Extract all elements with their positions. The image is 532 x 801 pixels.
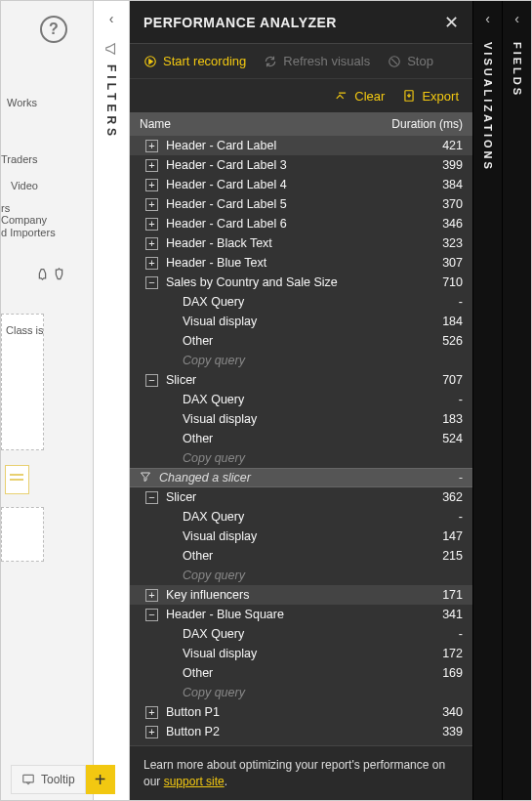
perf-tree[interactable]: +Header - Card Label421+Header - Card La… <box>130 136 472 745</box>
visualizations-expand-chevron-icon[interactable]: ‹ <box>485 11 490 26</box>
canvas-fragment: rs <box>1 202 10 214</box>
support-site-link[interactable]: support site <box>164 775 225 788</box>
copy-query-link[interactable]: Copy query <box>183 686 463 699</box>
perf-row[interactable]: +Header - Card Label421 <box>130 136 472 155</box>
perf-row[interactable]: +Button P2339 <box>130 722 472 741</box>
perf-row-duration: 526 <box>414 334 463 348</box>
perf-row-duration: 147 <box>414 529 463 543</box>
canvas-visual[interactable] <box>5 465 29 494</box>
perf-row[interactable]: +Header - Blue Text307 <box>130 253 472 273</box>
perf-row[interactable]: +Button P1340 <box>130 702 472 722</box>
perf-row[interactable]: DAX Query- <box>130 507 472 527</box>
start-recording-label: Start recording <box>163 54 246 68</box>
expand-icon[interactable]: + <box>145 257 158 270</box>
perf-row[interactable]: Copy query <box>130 683 472 702</box>
collapse-icon[interactable]: − <box>145 276 158 289</box>
perf-row[interactable]: Visual display147 <box>130 527 472 546</box>
perf-row[interactable]: Copy query <box>130 566 472 585</box>
expand-icon[interactable]: + <box>145 179 158 191</box>
clear-button[interactable]: Clear <box>335 89 385 104</box>
perf-row-duration: 307 <box>414 256 463 270</box>
perf-row-label: DAX Query <box>183 393 414 406</box>
start-recording-button[interactable]: Start recording <box>143 54 246 68</box>
collapse-icon[interactable]: − <box>145 374 158 387</box>
stop-button: Stop <box>388 54 433 68</box>
perf-row-label: Visual display <box>183 412 414 426</box>
help-icon[interactable]: ? <box>40 16 67 43</box>
refresh-visuals-button: Refresh visuals <box>264 54 370 68</box>
perf-row[interactable]: DAX Query- <box>130 390 472 409</box>
perf-row[interactable]: Other215 <box>130 546 472 566</box>
expand-icon[interactable]: + <box>145 237 158 250</box>
add-page-button[interactable]: + <box>86 765 115 794</box>
copy-query-link[interactable]: Copy query <box>183 569 463 582</box>
perf-row[interactable]: Visual display184 <box>130 312 472 331</box>
copy-query-link[interactable]: Copy query <box>183 354 463 367</box>
expand-icon[interactable]: + <box>145 706 158 719</box>
perf-row[interactable]: Other524 <box>130 429 472 448</box>
perf-row-label: Button P1 <box>166 705 414 719</box>
perf-row[interactable]: +Header - Black Text323 <box>130 233 472 253</box>
perf-row-label: Key influencers <box>166 588 414 602</box>
expand-icon[interactable]: + <box>145 140 158 152</box>
perf-row[interactable]: −Header - Blue Square341 <box>130 605 472 624</box>
page-tab-tooltip[interactable]: Tooltip <box>11 765 86 794</box>
perf-row-duration: 339 <box>414 725 463 738</box>
perf-row-duration: 362 <box>414 490 463 504</box>
collapse-icon[interactable]: − <box>145 609 158 621</box>
filters-pane-label[interactable]: FILTERS <box>104 64 118 140</box>
perf-row[interactable]: Copy query <box>130 351 472 370</box>
perf-row[interactable]: Other526 <box>130 331 472 351</box>
expand-icon[interactable]: + <box>145 726 158 738</box>
filters-expand-chevron-icon[interactable]: ‹ <box>109 11 114 26</box>
perf-row[interactable]: +Header - Card Label 5370 <box>130 194 472 214</box>
perf-row-duration: - <box>414 510 463 524</box>
perf-row[interactable]: DAX Query- <box>130 624 472 644</box>
close-icon[interactable]: ✕ <box>444 12 459 33</box>
canvas-fragment: Company <box>1 214 47 226</box>
perf-row-label: Header - Card Label 4 <box>166 178 414 191</box>
perf-row[interactable]: Changed a slicer- <box>130 468 472 487</box>
perf-row[interactable]: +Header - Card Label 3399 <box>130 155 472 175</box>
feedback-icons[interactable] <box>35 267 66 281</box>
perf-row[interactable]: +Header - Card Label 6346 <box>130 214 472 233</box>
page-tab-label: Tooltip <box>41 773 75 786</box>
copy-query-link[interactable]: Copy query <box>183 451 463 465</box>
export-button[interactable]: Export <box>402 89 459 104</box>
perf-row-duration: 421 <box>414 139 463 152</box>
perf-row[interactable]: +Key influencers171 <box>130 585 472 605</box>
fields-expand-chevron-icon[interactable]: ‹ <box>514 11 519 26</box>
perf-row[interactable]: DAX Query- <box>130 292 472 312</box>
canvas-fragment: Class is <box>6 324 44 336</box>
collapse-icon[interactable]: − <box>145 491 158 504</box>
perf-row-label: Other <box>183 549 414 563</box>
clear-label: Clear <box>354 89 385 104</box>
expand-icon[interactable]: + <box>145 159 158 172</box>
perf-row-duration: 183 <box>414 412 463 426</box>
column-header-name[interactable]: Name <box>140 117 370 131</box>
perf-row-label: DAX Query <box>183 295 414 309</box>
perf-row-label: Slicer <box>166 373 414 387</box>
perf-row-label: Visual display <box>183 529 414 543</box>
expand-icon[interactable]: + <box>145 198 158 211</box>
perf-row[interactable]: Other169 <box>130 663 472 683</box>
perf-row[interactable]: −Slicer707 <box>130 370 472 390</box>
column-header-duration[interactable]: Duration (ms) <box>370 117 463 131</box>
perf-row[interactable]: Copy query <box>130 448 472 468</box>
perf-row[interactable]: −Sales by Country and Sale Size710 <box>130 273 472 292</box>
fields-pane-label[interactable]: FIELDS <box>512 42 523 98</box>
perf-row-duration: 384 <box>414 178 463 191</box>
perf-row[interactable]: Visual display172 <box>130 644 472 663</box>
perf-row-duration: - <box>414 295 463 309</box>
perf-row-duration: 341 <box>414 608 463 621</box>
perf-row-duration: 399 <box>414 158 463 172</box>
visualizations-pane-label[interactable]: VISUALIZATIONS <box>482 42 494 172</box>
perf-row[interactable]: Visual display183 <box>130 409 472 429</box>
footer-message: Learn more about optimizing your report'… <box>130 745 472 800</box>
expand-icon[interactable]: + <box>145 218 158 231</box>
perf-row[interactable]: −Slicer362 <box>130 487 472 507</box>
perf-row[interactable]: +Header - Card Label 4384 <box>130 175 472 194</box>
expand-icon[interactable]: + <box>145 589 158 602</box>
panel-title: PERFORMANCE ANALYZER <box>143 15 444 30</box>
perf-row-duration: 323 <box>414 236 463 250</box>
